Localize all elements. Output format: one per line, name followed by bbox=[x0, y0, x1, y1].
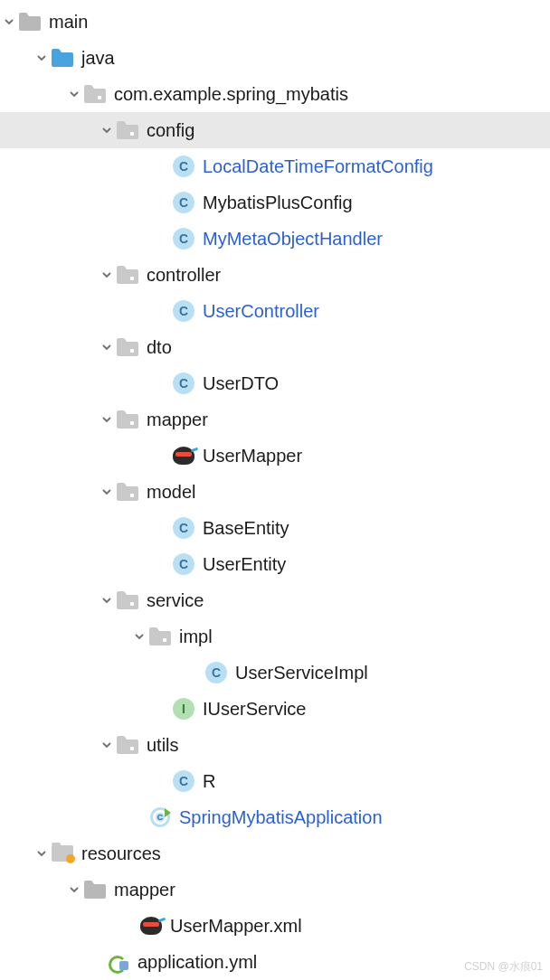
chevron-down-icon[interactable] bbox=[130, 631, 148, 642]
tree-item-label[interactable]: controller bbox=[147, 265, 221, 286]
tree-row[interactable]: IIUserService bbox=[0, 691, 550, 727]
tree-item-label[interactable]: UserServiceImpl bbox=[235, 663, 368, 683]
watermark: CSDN @水痕01 bbox=[464, 959, 543, 975]
tree-item-label[interactable]: MyMetaObjectHandler bbox=[203, 229, 383, 250]
tree-item-label[interactable]: LocalDateTimeFormatConfig bbox=[203, 156, 433, 177]
tree-row[interactable]: CUserController bbox=[0, 293, 550, 329]
chevron-down-icon[interactable] bbox=[98, 125, 116, 136]
interface-icon: I bbox=[172, 697, 195, 721]
tree-row[interactable]: UserMapper.xml bbox=[0, 908, 550, 944]
class-icon: C bbox=[172, 769, 195, 793]
tree-item-label[interactable]: UserController bbox=[203, 301, 319, 322]
class-icon: C bbox=[172, 299, 195, 323]
class-icon: C bbox=[204, 661, 228, 684]
tree-row[interactable]: CMyMetaObjectHandler bbox=[0, 221, 550, 257]
tree-row[interactable]: CUserEntity bbox=[0, 546, 550, 582]
package-icon bbox=[148, 625, 172, 648]
tree-row[interactable]: UserMapper bbox=[0, 438, 550, 474]
chevron-down-icon[interactable] bbox=[65, 89, 83, 99]
chevron-down-icon[interactable] bbox=[98, 414, 116, 425]
tree-item-label[interactable]: BaseEntity bbox=[203, 518, 289, 539]
tree-item-label[interactable]: dto bbox=[147, 337, 172, 358]
chevron-down-icon[interactable] bbox=[98, 342, 116, 353]
tree-item-label[interactable]: application.yml bbox=[138, 952, 257, 973]
tree-item-label[interactable]: resources bbox=[81, 843, 161, 864]
spring-boot-icon: C bbox=[148, 806, 172, 829]
tree-row[interactable]: CMybatisPlusConfig bbox=[0, 184, 550, 221]
class-icon: C bbox=[172, 227, 195, 250]
tree-row[interactable]: controller bbox=[0, 257, 550, 293]
svg-point-7 bbox=[163, 638, 166, 642]
package-icon bbox=[116, 118, 139, 142]
tree-item-label[interactable]: R bbox=[203, 771, 215, 792]
chevron-down-icon[interactable] bbox=[33, 52, 51, 63]
tree-item-label[interactable]: mapper bbox=[114, 880, 175, 900]
tree-item-label[interactable]: model bbox=[147, 482, 195, 503]
tree-item-label[interactable]: service bbox=[147, 590, 204, 611]
tree-row[interactable]: service bbox=[0, 582, 550, 618]
svg-point-6 bbox=[130, 602, 134, 606]
chevron-down-icon[interactable] bbox=[65, 884, 83, 895]
package-icon bbox=[116, 480, 139, 504]
folder-icon bbox=[83, 878, 107, 901]
tree-item-label[interactable]: main bbox=[49, 12, 88, 33]
tree-row[interactable]: CBaseEntity bbox=[0, 510, 550, 546]
tree-item-label[interactable]: config bbox=[147, 120, 194, 141]
tree-item-label[interactable]: UserMapper.xml bbox=[170, 916, 302, 937]
project-tree: mainjavacom.example.spring_mybatisconfig… bbox=[0, 0, 550, 980]
svg-point-3 bbox=[130, 349, 134, 353]
tree-item-label[interactable]: UserMapper bbox=[203, 446, 302, 466]
tree-item-label[interactable]: com.example.spring_mybatis bbox=[114, 84, 348, 105]
tree-row[interactable]: CR bbox=[0, 763, 550, 799]
svg-point-8 bbox=[130, 747, 134, 750]
tree-row[interactable]: mapper bbox=[0, 401, 550, 438]
class-icon: C bbox=[172, 552, 195, 576]
mybatis-icon bbox=[172, 444, 195, 467]
tree-row[interactable]: config bbox=[0, 112, 550, 148]
tree-row[interactable]: mapper bbox=[0, 872, 550, 908]
tree-item-label[interactable]: UserDTO bbox=[203, 373, 279, 394]
svg-point-1 bbox=[130, 132, 134, 136]
chevron-down-icon[interactable] bbox=[98, 269, 116, 280]
svg-point-0 bbox=[98, 96, 101, 99]
mybatis-icon bbox=[139, 914, 163, 938]
tree-item-label[interactable]: mapper bbox=[147, 410, 208, 430]
package-icon bbox=[116, 335, 139, 359]
tree-row[interactable]: java bbox=[0, 40, 550, 76]
tree-row[interactable]: resources bbox=[0, 835, 550, 872]
class-icon: C bbox=[172, 155, 195, 178]
tree-item-label[interactable]: IUserService bbox=[203, 699, 306, 720]
svg-point-4 bbox=[130, 421, 134, 425]
chevron-down-icon[interactable] bbox=[33, 848, 51, 859]
tree-item-label[interactable]: MybatisPlusConfig bbox=[203, 193, 353, 213]
tree-item-label[interactable]: impl bbox=[179, 627, 213, 647]
class-icon: C bbox=[172, 372, 195, 395]
svg-point-2 bbox=[130, 277, 134, 280]
tree-item-label[interactable]: utils bbox=[147, 735, 179, 756]
tree-row[interactable]: main bbox=[0, 4, 550, 40]
tree-row[interactable]: CUserDTO bbox=[0, 365, 550, 401]
tree-row[interactable]: CSpringMybatisApplication bbox=[0, 799, 550, 835]
chevron-down-icon[interactable] bbox=[98, 595, 116, 606]
tree-item-label[interactable]: SpringMybatisApplication bbox=[179, 807, 383, 828]
package-icon bbox=[116, 589, 139, 612]
class-icon: C bbox=[172, 191, 195, 214]
tree-row[interactable]: utils bbox=[0, 727, 550, 763]
package-icon bbox=[116, 408, 139, 431]
tree-row[interactable]: com.example.spring_mybatis bbox=[0, 76, 550, 112]
yaml-icon bbox=[107, 950, 130, 974]
folder-icon bbox=[51, 46, 74, 70]
tree-row[interactable]: CUserServiceImpl bbox=[0, 655, 550, 691]
chevron-down-icon[interactable] bbox=[0, 16, 18, 27]
class-icon: C bbox=[172, 516, 195, 540]
chevron-down-icon[interactable] bbox=[98, 486, 116, 497]
tree-row[interactable]: dto bbox=[0, 329, 550, 365]
package-icon bbox=[116, 263, 139, 287]
tree-row[interactable]: CLocalDateTimeFormatConfig bbox=[0, 148, 550, 184]
tree-row[interactable]: model bbox=[0, 474, 550, 510]
tree-item-label[interactable]: java bbox=[81, 48, 115, 69]
tree-row[interactable]: impl bbox=[0, 618, 550, 655]
package-icon bbox=[116, 733, 139, 757]
chevron-down-icon[interactable] bbox=[98, 740, 116, 750]
tree-item-label[interactable]: UserEntity bbox=[203, 554, 286, 575]
